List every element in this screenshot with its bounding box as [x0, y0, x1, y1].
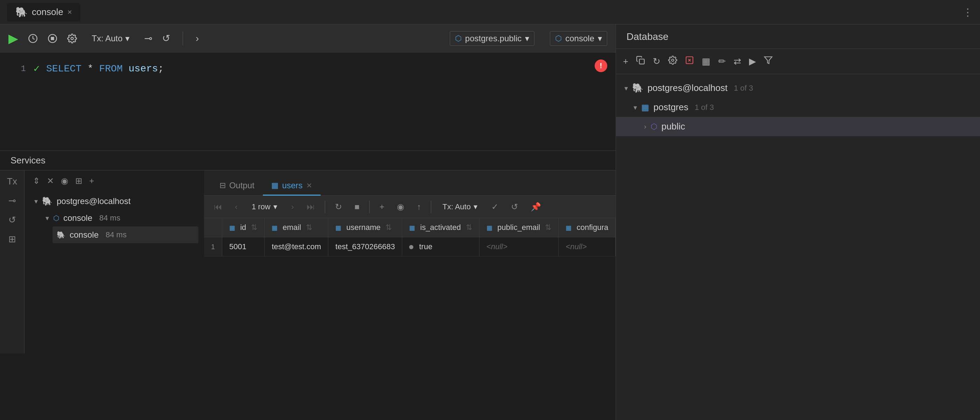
results-commit-button[interactable]: ✓ [488, 200, 501, 213]
refresh-button[interactable]: ↻ [332, 200, 345, 213]
cell-id-1[interactable]: 5001 [222, 237, 265, 256]
db-copy-button[interactable] [636, 56, 645, 67]
data-table-wrapper[interactable]: ▦ id ⇅ ▦ email ⇅ [204, 218, 616, 353]
tree-session-item[interactable]: 🐘 console 84 ms [52, 226, 199, 243]
db-add-button[interactable]: + [623, 56, 628, 67]
results-toolbar: ⏮ ‹ 1 row ▾ › ⏭ ↻ ■ + ◉ [204, 196, 616, 218]
filter-results-button[interactable]: ◉ [394, 200, 407, 213]
run-button[interactable]: ▶ [8, 31, 18, 46]
stop-button[interactable] [48, 33, 57, 43]
col-label-id: id [240, 223, 246, 232]
grid-icon[interactable]: ⊞ [8, 234, 16, 245]
main-layout: ▶ Tx: Auto ▾ ⊸ ↺ › ⬡ postgres.public ▾ [0, 24, 980, 420]
error-badge: ! [595, 59, 607, 72]
db-settings-button[interactable] [668, 56, 677, 67]
services-tree: ⇕ ✕ ◉ ⊞ + ▾ 🐘 postgres@localhost ▾ ⬡ [24, 170, 204, 353]
toolbar-separator [183, 32, 183, 46]
db-host-elephant-icon: 🐘 [632, 83, 643, 94]
database-header: Database [616, 24, 980, 49]
th-username[interactable]: ▦ username ⇅ [328, 218, 402, 237]
tree-host-item[interactable]: ▾ 🐘 postgres@localhost [30, 193, 199, 210]
forward-button[interactable]: › [196, 33, 199, 44]
code-editor[interactable]: 1 ✓ SELECT * FROM users; ! [0, 52, 616, 151]
tree-controls: ⇕ ✕ ◉ ⊞ + [30, 176, 199, 186]
session-chevron: ▾ [598, 33, 602, 43]
db-transfer-button[interactable]: ⇄ [733, 56, 741, 67]
pin-button[interactable]: 📌 [528, 200, 544, 213]
users-tab-close[interactable]: ✕ [306, 181, 312, 190]
data-table: ▦ id ⇅ ▦ email ⇅ [204, 218, 616, 256]
settings-button[interactable] [67, 33, 77, 43]
svg-point-3 [71, 37, 73, 40]
th-public-email[interactable]: ▦ public_email ⇅ [479, 218, 558, 237]
cell-is-activated-1[interactable]: true [402, 237, 479, 256]
th-email[interactable]: ▦ email ⇅ [265, 218, 328, 237]
db-delete-button[interactable] [685, 56, 694, 67]
history-button[interactable] [28, 33, 38, 43]
th-id[interactable]: ▦ id ⇅ [222, 218, 265, 237]
session-dropdown[interactable]: ⬡ console ▾ [550, 31, 607, 46]
sort-icon-username[interactable]: ⇅ [385, 223, 391, 232]
key-icon[interactable]: ⊸ [8, 195, 16, 206]
cell-email-1[interactable]: test@test.com [265, 237, 328, 256]
svg-rect-4 [640, 59, 644, 64]
rtoolbar-sep-2 [369, 200, 370, 213]
connection-dropdown[interactable]: ⬡ postgres.public ▾ [450, 31, 535, 46]
db-host-item[interactable]: ▾ 🐘 postgres@localhost 1 of 3 [616, 78, 980, 98]
users-tab[interactable]: ▦ users ✕ [263, 177, 321, 196]
prev-page-button[interactable]: ‹ [232, 200, 240, 213]
tree-connection-item[interactable]: ▾ ⬡ console 84 ms [41, 210, 199, 226]
tab-more-button[interactable]: ⋮ [963, 6, 973, 18]
th-row-num [204, 218, 222, 237]
db-table-button[interactable]: ▦ [702, 56, 711, 67]
code-text-1: SELECT * FROM users; [46, 64, 164, 74]
cell-public-email-1[interactable]: <null> [479, 237, 558, 256]
db-host-label: postgres@localhost [648, 83, 728, 94]
sort-icon-public-email[interactable]: ⇅ [545, 223, 551, 232]
eye-button[interactable]: ◉ [61, 176, 68, 186]
db-schema-item[interactable]: › ⬡ public [616, 117, 980, 136]
first-page-button[interactable]: ⏮ [211, 200, 225, 213]
output-tab[interactable]: ⊟ Output [211, 177, 263, 196]
tab-close-button[interactable]: × [68, 8, 72, 17]
console-tab[interactable]: 🐘 console × [7, 3, 80, 21]
results-tx-dropdown[interactable]: Tx: Auto ▾ [438, 201, 482, 213]
sort-icon-email[interactable]: ⇅ [306, 223, 312, 232]
row-count-dropdown[interactable]: 1 row ▾ [247, 201, 282, 213]
remove-button[interactable]: ✕ [47, 176, 54, 186]
db-filter-button[interactable] [764, 56, 773, 67]
table-row[interactable]: 1 5001 test@test.com test_6370266683 tru… [204, 237, 616, 256]
add-row-button[interactable]: + [377, 200, 387, 213]
sort-icon-id[interactable]: ⇅ [251, 223, 257, 232]
db-refresh-button[interactable]: ↻ [653, 56, 660, 67]
col-label-is-activated: is_activated [420, 223, 461, 232]
add-connection-button[interactable]: + [89, 176, 94, 186]
svg-marker-9 [764, 57, 772, 64]
services-sidebar: Tx ⊸ ↺ ⊞ [0, 170, 24, 353]
db-database-icon: ▦ [641, 103, 649, 112]
th-configura[interactable]: ▦ configura [558, 218, 616, 237]
results-rollback-button[interactable]: ↺ [508, 200, 521, 213]
commit-button[interactable]: ⊸ [144, 33, 152, 44]
rollback-button[interactable]: ↺ [162, 33, 170, 44]
database-title: Database [627, 31, 668, 42]
cell-username-1[interactable]: test_6370266683 [328, 237, 402, 256]
col-label-public-email: public_email [497, 223, 540, 232]
next-page-button[interactable]: › [288, 200, 297, 213]
add-tab-button[interactable]: ⊞ [75, 176, 82, 186]
db-database-item[interactable]: ▾ ▦ postgres 1 of 3 [616, 98, 980, 117]
tx-icon[interactable]: Tx [7, 176, 17, 187]
db-edit-button[interactable]: ✏ [718, 56, 726, 67]
sort-icon-is-activated[interactable]: ⇅ [466, 223, 472, 232]
tab-label: console [32, 6, 64, 18]
results-area: ⊟ Output ▦ users ✕ ⏮ ‹ [204, 170, 616, 353]
cell-configura-1[interactable]: <null> [558, 237, 616, 256]
collapse-all-button[interactable]: ⇕ [33, 176, 40, 186]
tx-dropdown[interactable]: Tx: Auto ▾ [87, 32, 134, 46]
db-run-button[interactable]: ▶ [749, 56, 756, 67]
export-button[interactable]: ↑ [414, 200, 424, 213]
stop-results-button[interactable]: ■ [352, 200, 363, 213]
th-is-activated[interactable]: ▦ is_activated ⇅ [402, 218, 479, 237]
undo-svc-icon[interactable]: ↺ [8, 215, 16, 225]
last-page-button[interactable]: ⏭ [304, 200, 318, 213]
